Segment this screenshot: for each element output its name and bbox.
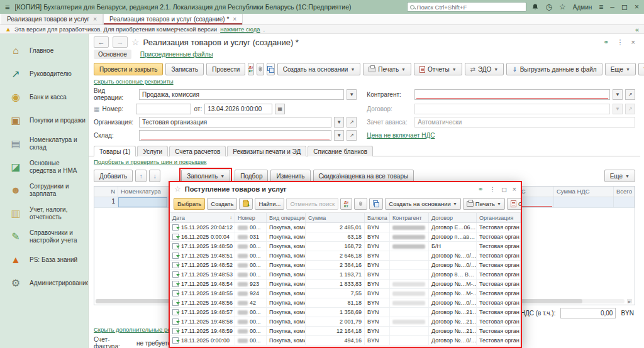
warehouse-dropdown-icon[interactable]: ▼ bbox=[334, 130, 344, 141]
vat-sum-cell[interactable] bbox=[554, 197, 614, 207]
discount-all-goods-button[interactable]: Скидка\наценка на все товары bbox=[313, 170, 414, 182]
sidebar-item[interactable]: ◪ Основные средства и НМА bbox=[0, 155, 88, 178]
organization-field[interactable]: Тестовая организация bbox=[139, 117, 331, 128]
sidebar-item[interactable]: ↗ Руководителю bbox=[0, 62, 88, 85]
items-more-button[interactable]: Еще▼ bbox=[604, 170, 635, 182]
popup-create-based-on-button[interactable]: Создать на основании▼ bbox=[385, 198, 461, 210]
sidebar-item[interactable]: ⚙ Администрирование bbox=[0, 271, 88, 295]
close-tab-icon[interactable]: × bbox=[93, 16, 97, 23]
popup-table-row[interactable]: 17.11.2025 19:48:54 923 Покупка, комис..… bbox=[170, 280, 521, 289]
more-menu-icon[interactable]: ⋮ bbox=[617, 38, 624, 46]
create-based-on-button[interactable]: Создать на основании▼ bbox=[277, 63, 361, 75]
price-without-vat-link[interactable]: Цена не включает НДС bbox=[367, 132, 435, 139]
calendar-icon[interactable]: ▦ bbox=[275, 104, 285, 114]
tab-services[interactable]: Услуги bbox=[137, 146, 168, 156]
history-icon[interactable]: ◷ bbox=[546, 3, 552, 11]
warehouse-field[interactable] bbox=[139, 130, 331, 141]
sidebar-item[interactable]: ✎ Справочники и настройки учета bbox=[0, 225, 88, 248]
service-menu-icon[interactable]: ≡ bbox=[599, 3, 603, 11]
popup-table-row[interactable]: 16.11.2025 0:00:04 031 Покупка, комис...… bbox=[170, 232, 521, 242]
cancel-search-button[interactable]: Отменить поиск bbox=[286, 198, 338, 210]
sidebar-item[interactable]: ▥ Учет, налоги, отчетность bbox=[0, 202, 88, 225]
popup-table-row[interactable]: 17.11.2025 19:48:56 42 Покупка, комис...… bbox=[170, 298, 521, 308]
sidebar-item[interactable]: ◉ Банк и касса bbox=[0, 85, 88, 109]
popup-close-icon[interactable]: × bbox=[513, 185, 516, 193]
popup-table-row[interactable]: 17.11.2025 19:48:59 00... Покупка, комис… bbox=[170, 327, 521, 336]
write-button[interactable]: Записать bbox=[165, 63, 204, 75]
col-counterparty[interactable]: Контрагент bbox=[390, 213, 429, 222]
form-tab-realization-list[interactable]: Реализация товаров и услуг × bbox=[1, 14, 103, 24]
warehouse-open-icon[interactable]: ↗ bbox=[347, 130, 357, 141]
favorites-star-icon[interactable]: ☆ bbox=[559, 3, 566, 11]
popup-favorite-star-icon[interactable]: ☆ bbox=[174, 185, 181, 193]
operation-type-dropdown-icon[interactable]: ▼ bbox=[347, 89, 357, 100]
popup-table-row[interactable]: 17.11.2025 19:48:55 924 Покупка, комис..… bbox=[170, 289, 521, 298]
close-form-icon[interactable]: × bbox=[631, 38, 635, 46]
move-up-button[interactable]: ↑ bbox=[135, 170, 147, 182]
popup-print-button[interactable]: Печать▼ bbox=[463, 198, 505, 210]
total-cell[interactable] bbox=[614, 197, 635, 207]
popup-table-row[interactable]: 17.11.2025 19:48:52 00... Покупка, комис… bbox=[170, 261, 521, 270]
popup-table-row[interactable]: 18.11.2025 0:00:00 00... Покупка, комис.… bbox=[170, 336, 521, 345]
number-field[interactable] bbox=[136, 104, 191, 114]
col-nomenclature[interactable]: Номенклатура bbox=[118, 187, 167, 197]
collapse-warning-icon[interactable]: « bbox=[635, 26, 639, 33]
tab-blank-writeoff[interactable]: Списание бланков bbox=[308, 146, 373, 156]
date-field[interactable]: 13.04.2026 0:00:00 bbox=[204, 104, 272, 114]
counterparty-dropdown-icon[interactable]: ▼ bbox=[613, 89, 623, 100]
popup-maximize-icon[interactable]: ◻ bbox=[501, 185, 507, 193]
counterparty-open-icon[interactable]: ↗ bbox=[625, 89, 635, 100]
col-number[interactable]: Номер bbox=[235, 213, 267, 222]
maximize-icon[interactable]: ◻ bbox=[621, 3, 628, 11]
col-vat-sum[interactable]: Сумма НДС bbox=[554, 187, 614, 197]
col-contract[interactable]: Договор bbox=[429, 213, 477, 222]
move-down-button[interactable]: ↓ bbox=[149, 170, 160, 182]
sidebar-item[interactable]: ☻ Сотрудники и зарплата bbox=[0, 178, 88, 202]
col-n[interactable]: N bbox=[94, 187, 118, 197]
create-button[interactable]: Создать bbox=[207, 198, 237, 210]
nomenclature-cell-focused[interactable] bbox=[118, 197, 167, 207]
sidebar-item[interactable]: ▤ Номенклатура и склад bbox=[0, 132, 88, 155]
scroll-right-icon[interactable]: ▶ bbox=[627, 299, 632, 303]
sidebar-item[interactable]: ▲ PS: База знаний bbox=[0, 248, 88, 271]
popup-table-row[interactable]: 17.11.2025 19:48:51 00... Покупка, комис… bbox=[170, 251, 521, 261]
help-button[interactable]: ? bbox=[638, 63, 644, 75]
col-total[interactable]: Всего bbox=[614, 187, 635, 197]
attachments-button[interactable] bbox=[257, 63, 264, 75]
export-to-file-button[interactable]: ⇓Выгрузить данные в файл bbox=[506, 63, 602, 75]
favorite-star-icon[interactable]: ☆ bbox=[131, 37, 140, 47]
tyres-check-link[interactable]: Подобрать и проверить шин и покрышек bbox=[94, 158, 206, 165]
pick-button[interactable]: Подбор bbox=[235, 170, 268, 182]
advance-offset-field[interactable]: Автоматически bbox=[414, 117, 635, 128]
popup-table-row[interactable]: 17.11.2025 19:48:53 00... Покупка, комис… bbox=[170, 270, 521, 280]
organization-open-icon[interactable]: ↗ bbox=[347, 117, 357, 128]
col-currency[interactable]: Валюта bbox=[365, 213, 390, 222]
popup-more-menu-icon[interactable]: ⋮ bbox=[489, 185, 496, 193]
more-button[interactable]: Еще▼ bbox=[605, 63, 636, 75]
hide-main-requisites-link[interactable]: Скрыть основные реквизиты bbox=[94, 78, 174, 85]
close-tab-icon[interactable]: × bbox=[233, 16, 236, 23]
operation-type-field[interactable]: Продажа, комиссия bbox=[139, 89, 344, 100]
buy-commercial-link[interactable]: нажмите сюда bbox=[220, 26, 260, 33]
popup-reports-button[interactable]: Отчеты▼ bbox=[507, 198, 522, 210]
post-and-close-button[interactable]: Провести и закрыть bbox=[94, 63, 163, 75]
form-tab-realization-new[interactable]: Реализация товаров и услуг (создание) * … bbox=[103, 14, 243, 24]
minimize-icon[interactable]: – bbox=[610, 3, 614, 11]
close-window-icon[interactable]: × bbox=[635, 3, 639, 11]
tab-accounts[interactable]: Счета расчетов bbox=[169, 146, 226, 156]
get-link-icon[interactable]: ⚭ bbox=[603, 38, 609, 46]
related-documents-button[interactable] bbox=[267, 63, 275, 75]
global-search[interactable] bbox=[407, 2, 526, 12]
popup-dtkt-button[interactable]: ДтКт bbox=[340, 198, 352, 210]
find-button[interactable]: Найти... bbox=[255, 198, 284, 210]
notifications-bell-icon[interactable] bbox=[531, 3, 539, 11]
sidebar-item[interactable]: ▣ Покупки и продажи bbox=[0, 109, 88, 132]
vat-total-field[interactable]: 0,00 bbox=[560, 308, 616, 318]
popup-get-link-icon[interactable]: ⚭ bbox=[478, 185, 484, 193]
forward-arrow-button[interactable]: → bbox=[113, 36, 128, 48]
auto-number-icon[interactable]: ▦ bbox=[94, 106, 99, 112]
counterparty-field[interactable] bbox=[414, 89, 610, 100]
popup-attachments-button[interactable] bbox=[354, 198, 367, 210]
sidebar-item[interactable]: ⌂ Главное bbox=[0, 39, 88, 62]
back-arrow-button[interactable]: ← bbox=[94, 36, 109, 48]
